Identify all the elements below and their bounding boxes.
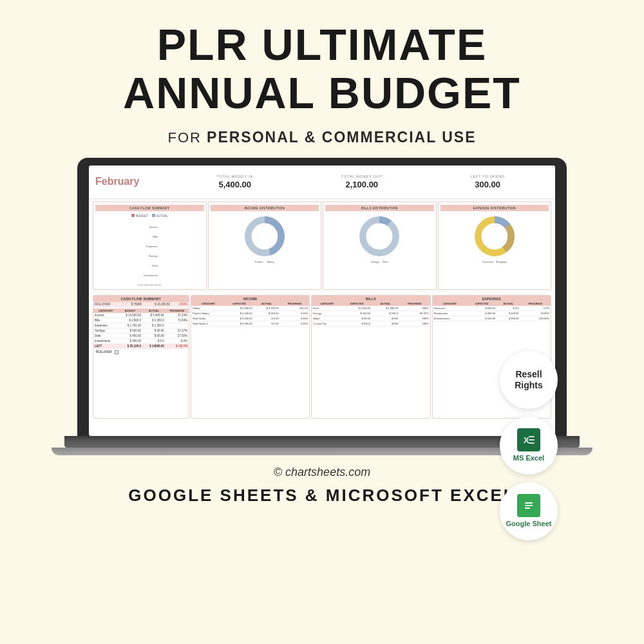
svg-text:X: X <box>524 435 529 445</box>
ms-excel-badge: X MS Excel <box>500 417 558 475</box>
rollover-checkbox-row: ROLLOVER <box>93 349 189 355</box>
footer: © chartsheets.com GOOGLE SHEETS & MICROS… <box>128 466 516 506</box>
laptop-mockup: February TOTAL MONEY IN 5,400.00 TOTAL M… <box>77 158 567 455</box>
bills-table: CATEGORY EXPECTED ACTUAL PROGRESS Rent$ … <box>312 302 430 327</box>
left-row: LEFT$ 20,100.6$ 14090.00$ -52.7% <box>93 343 189 348</box>
table-row: Rent$ 2,100.00$ 2,000.00400% <box>312 306 430 311</box>
bar-rows: Income Bills Expenses <box>140 220 160 283</box>
rollover-row: ROLLOVER $ 76968 $ 10,260.60 (4998) <box>93 302 189 307</box>
table-row: Income$ 14,500.00$ 5,400.0037.24% <box>93 313 189 318</box>
table-row: Groceries$ 600.00$ 0.00.0% <box>433 306 551 311</box>
table-row: Partner Salary$ 4,500.00$ 250.005.56% <box>191 310 309 316</box>
data-tables-right: INCOME CATEGORY EXPECTED ACTUAL PROGRESS <box>191 295 551 419</box>
rollover-table: ROLLOVER $ 76968 $ 10,260.60 (4998) <box>93 302 189 307</box>
expenses-table: CATEGORY EXPECTED ACTUAL PROGRESS Grocer… <box>433 302 551 321</box>
svg-rect-10 <box>529 439 535 440</box>
charts-row: CASH FLOW SUMMARY BUDGET ACTUAL Income <box>89 199 555 292</box>
bills-table-box: BILLS CATEGORY EXPECTED ACTUAL PROGRESS <box>311 295 430 419</box>
table-row: Savings$ 500.00$ 35.0037.27% <box>93 328 189 333</box>
income-table-box: INCOME CATEGORY EXPECTED ACTUAL PROGRESS <box>191 295 310 419</box>
bar-row: Savings <box>140 254 160 258</box>
rollover-checkbox[interactable] <box>115 350 118 354</box>
bar-row: Expenses <box>140 245 160 249</box>
table-row: Debt$ 400.00$ 55.0027.50% <box>93 333 189 338</box>
laptop-screen: February TOTAL MONEY IN 5,400.00 TOTAL M… <box>89 166 555 436</box>
table-row: Restaurants$ 200.00$ 100.0050.00% <box>433 310 551 316</box>
stat-money-out: TOTAL MONEY OUT 2,100.00 <box>341 175 383 189</box>
table-row: Investments$ 400.00$ 0.00.0% <box>93 338 189 343</box>
month-label: February <box>95 176 173 187</box>
bar-row: Debt <box>140 264 160 268</box>
table-row: Salary$ 5,000.00$ 5,100.00102.0% <box>191 306 309 311</box>
expense-donut <box>472 214 517 259</box>
fin-summary-table: CATEGORY BUDGET ACTUAL PROGRESS Income$ … <box>93 308 189 349</box>
expense-chart: EXPENSE DISTRIBUTION Groceries Shopping <box>438 202 552 290</box>
table-row: Council Tax$ 550.0$ 060500% <box>312 321 430 326</box>
bar-row: Income <box>140 225 160 229</box>
table-row: Energy$ 150.00$ 100.066.67% <box>312 310 430 316</box>
income-donut <box>242 214 287 259</box>
header-stats: TOTAL MONEY IN 5,400.00 TOTAL MONEY OUT … <box>173 175 549 189</box>
resell-rights-badge: ResellRights <box>500 351 558 409</box>
table-row: Water$ 90.00$ 060200% <box>312 316 430 321</box>
svg-rect-13 <box>525 502 533 504</box>
laptop-bezel: February TOTAL MONEY IN 5,400.00 TOTAL M… <box>77 158 567 436</box>
spreadsheet-content: February TOTAL MONEY IN 5,400.00 TOTAL M… <box>89 166 555 436</box>
badges-panel: ResellRights X MS Excel <box>500 351 558 540</box>
financial-summary-box: CASH FLOW SUMMARY ROLLOVER $ 76968 $ 10,… <box>93 295 189 419</box>
google-sheet-badge: Google Sheet <box>500 482 558 540</box>
svg-rect-11 <box>529 442 535 444</box>
subtitle: FOR PERSONAL & COMMERCIAL USE <box>167 129 476 146</box>
excel-icon: X <box>517 428 540 451</box>
table-row: Bills$ 2,600.0$ 2,350.072.64% <box>93 317 189 323</box>
income-chart: INCOME DISTRIBUTION Partner Salary <box>208 202 322 290</box>
svg-rect-9 <box>529 436 535 437</box>
bills-chart: BILLS DISTRIBUTION Energy Rent <box>323 202 437 290</box>
stat-left-to-spend: LEFT TO SPEND 300.00 <box>470 175 504 189</box>
table-row: Side Hustle 2$ 3,000.30$ 0.000.00% <box>191 321 309 326</box>
table-row: Side Hustle$ 2,000.00$ 0.000.00% <box>191 316 309 321</box>
svg-rect-15 <box>525 507 530 509</box>
cashflow-chart: CASH FLOW SUMMARY BUDGET ACTUAL Income <box>93 202 207 290</box>
bills-donut <box>357 214 402 259</box>
bar-legend: BUDGET ACTUAL <box>131 214 168 218</box>
income-table: CATEGORY EXPECTED ACTUAL PROGRESS Salary… <box>191 302 309 327</box>
table-row: Expenses$ 1,700.30$ 1,350.0 <box>93 323 189 328</box>
stat-money-in: TOTAL MONEY IN 5,400.00 <box>216 175 253 189</box>
tables-area: CASH FLOW SUMMARY ROLLOVER $ 76968 $ 10,… <box>89 292 555 421</box>
svg-rect-14 <box>525 505 533 506</box>
main-title: PLR ULTIMATE ANNUAL BUDGET <box>123 21 521 117</box>
svg-point-2 <box>363 220 396 252</box>
table-row: Entertainment$ 100.00$ 300.00200.00% <box>433 316 551 321</box>
sheet-header: February TOTAL MONEY IN 5,400.00 TOTAL M… <box>89 166 555 199</box>
bar-row: Bills <box>140 235 160 239</box>
gsheet-icon <box>517 494 540 517</box>
bar-row: Investments <box>140 274 160 278</box>
